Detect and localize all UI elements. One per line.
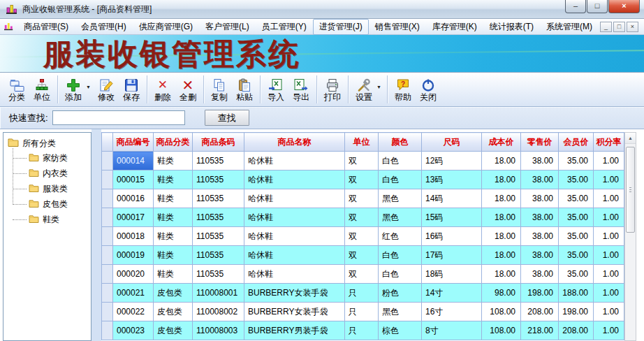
cell-product-name[interactable]: BURBERRY女装手袋 <box>244 303 345 321</box>
row-indicator[interactable] <box>102 303 113 321</box>
cell-member-price[interactable]: 198.00 <box>559 303 594 321</box>
cell-color[interactable]: 白色 <box>379 265 422 284</box>
cell-product-id[interactable]: 000020 <box>113 265 154 284</box>
scroll-up-icon[interactable]: ▲ <box>625 133 636 144</box>
cell-cost-price[interactable]: 18.00 <box>482 170 521 189</box>
column-header-product-id[interactable]: 商品编号 <box>113 133 154 152</box>
cell-product-id[interactable]: 000021 <box>113 284 154 303</box>
cell-barcode[interactable]: 110535 <box>193 208 244 227</box>
cell-points-rate[interactable]: 1.00 <box>594 227 624 246</box>
cell-retail-price[interactable]: 38.00 <box>521 189 559 208</box>
cell-unit[interactable]: 双 <box>345 227 379 246</box>
cell-member-price[interactable]: 188.00 <box>559 284 594 303</box>
cell-member-price[interactable]: 35.00 <box>559 189 594 208</box>
cell-product-id[interactable]: 000022 <box>113 303 154 321</box>
column-header-color[interactable]: 颜色 <box>379 133 422 152</box>
cell-size[interactable]: 12码 <box>422 152 482 170</box>
tree-item-textile[interactable]: 家纺类 <box>5 150 89 166</box>
cell-category[interactable]: 鞋类 <box>154 227 193 246</box>
menu-item-supplier[interactable]: 供应商管理(G) <box>133 19 199 35</box>
cell-cost-price[interactable]: 18.00 <box>482 246 521 265</box>
maximize-icon[interactable]: □ <box>587 0 608 13</box>
cell-product-name[interactable]: 哈休鞋 <box>244 189 345 208</box>
chevron-down-icon[interactable]: ▼ <box>376 85 381 89</box>
cell-unit[interactable]: 只 <box>345 284 379 303</box>
cell-product-name[interactable]: BURBERRY男装手袋 <box>244 321 345 340</box>
column-header-retail-price[interactable]: 零售价 <box>521 133 559 152</box>
cell-product-id[interactable]: 000023 <box>113 321 154 340</box>
column-header-cost-price[interactable]: 成本价 <box>482 133 521 152</box>
menu-item-reports[interactable]: 统计报表(T) <box>483 19 540 35</box>
cell-cost-price[interactable]: 18.00 <box>482 208 521 227</box>
cell-product-name[interactable]: 哈休鞋 <box>244 227 345 246</box>
search-input[interactable] <box>52 110 185 125</box>
cell-category[interactable]: 皮包类 <box>154 321 193 340</box>
column-header-category[interactable]: 商品分类 <box>154 133 193 152</box>
close-icon[interactable]: × <box>608 0 640 13</box>
cell-product-id[interactable]: 000015 <box>113 170 154 189</box>
cell-barcode[interactable]: 110535 <box>193 246 244 265</box>
cell-barcode[interactable]: 110535 <box>193 189 244 208</box>
tree-item-underwear[interactable]: 内衣类 <box>5 166 89 181</box>
cell-cost-price[interactable]: 108.00 <box>482 321 521 340</box>
cell-category[interactable]: 鞋类 <box>154 265 193 284</box>
cell-color[interactable]: 白色 <box>379 152 422 170</box>
tree-root-all-categories[interactable]: 所有分类 <box>5 136 89 150</box>
cell-size[interactable]: 13码 <box>422 170 482 189</box>
cell-member-price[interactable]: 208.00 <box>559 321 594 340</box>
close-button[interactable]: 关闭 <box>416 75 441 103</box>
cell-unit[interactable]: 只 <box>345 321 379 340</box>
edit-button[interactable]: 修改 <box>94 75 119 103</box>
scrollbar-thumb[interactable] <box>626 147 635 233</box>
cell-points-rate[interactable]: 1.00 <box>594 246 624 265</box>
settings-button[interactable]: 设置▼ <box>351 75 384 103</box>
cell-member-price[interactable]: 35.00 <box>559 227 594 246</box>
cell-points-rate[interactable]: 1.00 <box>594 303 624 321</box>
cell-retail-price[interactable]: 198.00 <box>521 284 559 303</box>
help-button[interactable]: ?帮助 <box>390 75 416 103</box>
cell-retail-price[interactable]: 38.00 <box>521 265 559 284</box>
menu-item-system[interactable]: 系统管理(M) <box>540 19 599 35</box>
column-header-product-name[interactable]: 商品名称 <box>244 133 345 152</box>
cell-size[interactable]: 16寸 <box>422 303 482 321</box>
cell-product-name[interactable]: 哈休鞋 <box>244 208 345 227</box>
cell-unit[interactable]: 只 <box>345 303 379 321</box>
cell-unit[interactable]: 双 <box>345 189 379 208</box>
cell-unit[interactable]: 双 <box>345 152 379 170</box>
cell-cost-price[interactable]: 108.00 <box>482 303 521 321</box>
tree-item-bags[interactable]: 皮包类 <box>5 196 89 212</box>
cell-retail-price[interactable]: 218.00 <box>521 321 559 340</box>
cell-barcode[interactable]: 110535 <box>193 265 244 284</box>
mdi-restore-icon[interactable]: □ <box>613 22 625 32</box>
menu-item-staff[interactable]: 员工管理(Y) <box>256 19 313 35</box>
cell-product-id[interactable]: 000014 <box>113 152 154 170</box>
cell-category[interactable]: 鞋类 <box>154 246 193 265</box>
search-button[interactable]: 查找 <box>205 110 249 126</box>
cell-member-price[interactable]: 35.00 <box>559 208 594 227</box>
cell-barcode[interactable]: 110535 <box>193 227 244 246</box>
cell-product-id[interactable]: 000019 <box>113 246 154 265</box>
cell-size[interactable]: 14码 <box>422 189 482 208</box>
cell-product-id[interactable]: 000017 <box>113 208 154 227</box>
cell-size[interactable]: 17码 <box>422 246 482 265</box>
delete-all-button[interactable]: ✕全删 <box>175 75 200 103</box>
cell-points-rate[interactable]: 1.00 <box>594 208 624 227</box>
row-indicator[interactable] <box>102 265 113 284</box>
row-indicator[interactable] <box>102 246 113 265</box>
cell-points-rate[interactable]: 1.00 <box>594 284 624 303</box>
cell-category[interactable]: 皮包类 <box>154 303 193 321</box>
cell-product-name[interactable]: 哈休鞋 <box>244 265 345 284</box>
cell-category[interactable]: 鞋类 <box>154 170 193 189</box>
cell-category[interactable]: 鞋类 <box>154 208 193 227</box>
cell-product-name[interactable]: 哈休鞋 <box>244 152 345 170</box>
delete-button[interactable]: ✕删除 <box>150 75 175 103</box>
cell-color[interactable]: 白色 <box>379 170 422 189</box>
cell-points-rate[interactable]: 1.00 <box>594 265 624 284</box>
cell-unit[interactable]: 双 <box>345 170 379 189</box>
cell-cost-price[interactable]: 18.00 <box>482 265 521 284</box>
menu-item-customer[interactable]: 客户管理(L) <box>199 19 256 35</box>
save-button[interactable]: 保存 <box>119 75 144 103</box>
tree-item-shoes[interactable]: 鞋类 <box>5 212 89 227</box>
row-indicator[interactable] <box>102 321 113 340</box>
cell-retail-price[interactable]: 38.00 <box>521 227 559 246</box>
